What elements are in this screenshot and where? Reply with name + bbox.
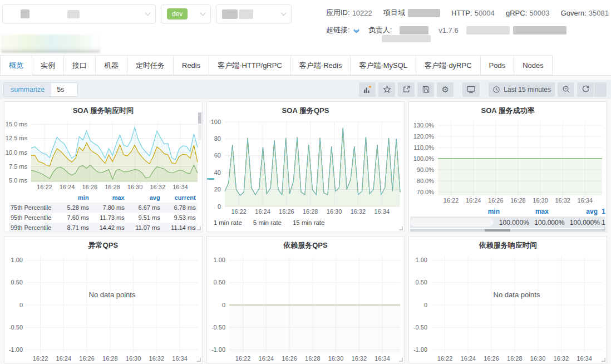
- svg-text:80: 80: [214, 135, 220, 142]
- legend-item[interactable]: 15 min rate: [293, 219, 325, 226]
- settings-button[interactable]: ⚙: [437, 82, 454, 97]
- svg-text:15.0 ms: 15.0 ms: [6, 121, 28, 127]
- panel-soa-qps: SOA 服务QPS 16:2216:2416:2616:2816:3016:32…: [206, 101, 405, 232]
- svg-text:60: 60: [214, 152, 220, 159]
- tab-概览[interactable]: 概览: [0, 55, 32, 75]
- refresh-button[interactable]: [577, 82, 594, 97]
- summarize-label[interactable]: summarize: [4, 83, 51, 96]
- svg-text:16:26: 16:26: [82, 184, 97, 190]
- star-icon: [383, 85, 391, 94]
- svg-text:0: 0: [424, 302, 427, 308]
- legend-header-avg[interactable]: avg: [549, 208, 598, 215]
- panel-title: SOA 服务成功率: [409, 102, 607, 117]
- panel-resize-handle[interactable]: [602, 227, 605, 230]
- zoom-out-icon: [562, 85, 570, 94]
- tab-机器[interactable]: 机器: [96, 55, 127, 75]
- time-range-button[interactable]: Last 15 minutes: [489, 82, 555, 97]
- series-name[interactable]: 75th Percentile: [11, 204, 53, 211]
- svg-text:0: 0: [19, 302, 23, 308]
- svg-text:1.00: 1.00: [11, 257, 23, 263]
- interval-dropdown[interactable]: 5s: [51, 83, 77, 96]
- legend-row: 75th Percentile5.28 ms7.80 ms6.67 ms6.78…: [9, 203, 198, 213]
- dependency-response-time-chart[interactable]: 16:2216:2416:2616:2816:3016:3216:341.000…: [409, 252, 607, 363]
- application-select[interactable]: [2, 4, 156, 23]
- redacted-cluster-name-2: [239, 9, 253, 19]
- dashboard-toolbar: summarize 5s: [0, 80, 611, 99]
- dashboard: summarize 5s: [0, 76, 611, 364]
- success-rate-legend: min max avg 1 100.000% 100.000% 100.000%…: [409, 206, 607, 232]
- legend-header-min[interactable]: min: [451, 208, 500, 215]
- legend-header-max[interactable]: max: [500, 208, 549, 215]
- series-name[interactable]: 95th Percentile: [11, 214, 53, 221]
- dependency-qps-chart[interactable]: 16:2216:2416:2616:2816:3016:3216:341.000…: [207, 252, 405, 363]
- cycle-view-button[interactable]: [462, 82, 480, 97]
- svg-text:16:26: 16:26: [484, 355, 500, 362]
- svg-text:16:32: 16:32: [149, 355, 165, 362]
- legend-item[interactable]: 1 min rate: [214, 219, 242, 226]
- save-button[interactable]: [417, 82, 434, 97]
- tab-Redis[interactable]: Redis: [174, 55, 209, 75]
- tab-接口[interactable]: 接口: [64, 55, 96, 75]
- legend-horizontal-scrollbar[interactable]: [410, 229, 605, 232]
- svg-text:16:28: 16:28: [105, 184, 120, 190]
- clock-icon: [492, 86, 500, 94]
- legend-item[interactable]: 5 min rate: [253, 219, 282, 226]
- redacted-extra-1: [466, 26, 510, 35]
- star-button[interactable]: [378, 82, 395, 97]
- cluster-select[interactable]: [216, 4, 292, 23]
- svg-text:12.5 ms: 12.5 ms: [6, 135, 28, 141]
- svg-text:16:28: 16:28: [305, 355, 321, 362]
- svg-text:16:34: 16:34: [374, 208, 390, 215]
- tab-客户端-Redis[interactable]: 客户端-Redis: [291, 55, 351, 75]
- share-button[interactable]: [398, 82, 415, 97]
- tab-客户端-HTTP/gRPC[interactable]: 客户端-HTTP/gRPC: [209, 55, 291, 75]
- redacted-series-name[interactable]: [410, 218, 494, 227]
- refresh-interval-dropdown[interactable]: [594, 82, 607, 97]
- panel-resize-handle[interactable]: [399, 358, 403, 362]
- panel-resize-handle[interactable]: [399, 227, 403, 230]
- panel-resize-handle[interactable]: [197, 227, 201, 230]
- svg-text:16:26: 16:26: [488, 197, 504, 204]
- gitlab-icon[interactable]: [352, 27, 361, 34]
- svg-text:No data points: No data points: [494, 291, 540, 299]
- add-panel-button[interactable]: [359, 82, 376, 97]
- tab-定时任务[interactable]: 定时任务: [127, 55, 174, 75]
- svg-text:16:32: 16:32: [555, 197, 571, 204]
- legend-scrollbar[interactable]: [198, 112, 201, 140]
- svg-text:16:28: 16:28: [507, 355, 523, 362]
- tab-客户端-dyRPC[interactable]: 客户端-dyRPC: [416, 55, 481, 75]
- svg-text:16:34: 16:34: [172, 355, 188, 362]
- grpc-port: gRPC: 50003: [506, 9, 549, 17]
- exception-qps-chart[interactable]: 16:2216:2416:2616:2816:3016:3216:341.000…: [4, 252, 202, 363]
- svg-text:16:32: 16:32: [351, 355, 367, 362]
- svg-text:No data points: No data points: [89, 291, 136, 299]
- tab-Pods[interactable]: Pods: [481, 55, 515, 75]
- zoom-out-button[interactable]: [558, 82, 574, 97]
- svg-text:16:32: 16:32: [554, 355, 569, 362]
- gear-icon: ⚙: [442, 85, 449, 94]
- panel-resize-handle[interactable]: [197, 358, 201, 362]
- svg-text:16:30: 16:30: [530, 355, 546, 362]
- tab-客户端-MySQL[interactable]: 客户端-MySQL: [351, 55, 416, 75]
- svg-text:7.5 ms: 7.5 ms: [9, 163, 28, 170]
- series-name[interactable]: 99th Percentile: [11, 224, 53, 231]
- svg-text:0.50: 0.50: [416, 279, 427, 286]
- panel-resize-handle[interactable]: [602, 358, 605, 362]
- tab-实例[interactable]: 实例: [32, 55, 64, 75]
- response-time-chart[interactable]: 16:2216:2416:2616:2816:3016:3216:3415.0 …: [4, 117, 202, 192]
- svg-text:16:26: 16:26: [79, 355, 95, 362]
- success-rate-chart[interactable]: 16:2216:2416:2616:2816:3016:3216:34130.0…: [409, 117, 607, 205]
- app-id: 应用ID: 10222: [326, 8, 372, 18]
- redacted-cluster-name: [222, 9, 238, 19]
- legend-header-current-clipped: 1: [598, 208, 605, 215]
- svg-text:-0.50: -0.50: [413, 324, 427, 331]
- chevron-down-icon: [145, 11, 151, 16]
- svg-text:90.0%: 90.0%: [417, 166, 434, 173]
- environment-select[interactable]: dev: [161, 4, 211, 23]
- panel-exception-qps: 异常QPS 16:2216:2416:2616:2816:3016:3216:3…: [4, 236, 203, 363]
- qps-chart[interactable]: 16:2216:2416:2616:2816:3016:3216:3410080…: [207, 117, 405, 217]
- panel-title: 依赖服务QPS: [207, 237, 405, 252]
- svg-text:-1.00: -1.00: [413, 346, 427, 353]
- env-tag: dev: [167, 8, 188, 19]
- tab-Nodes[interactable]: Nodes: [514, 55, 553, 75]
